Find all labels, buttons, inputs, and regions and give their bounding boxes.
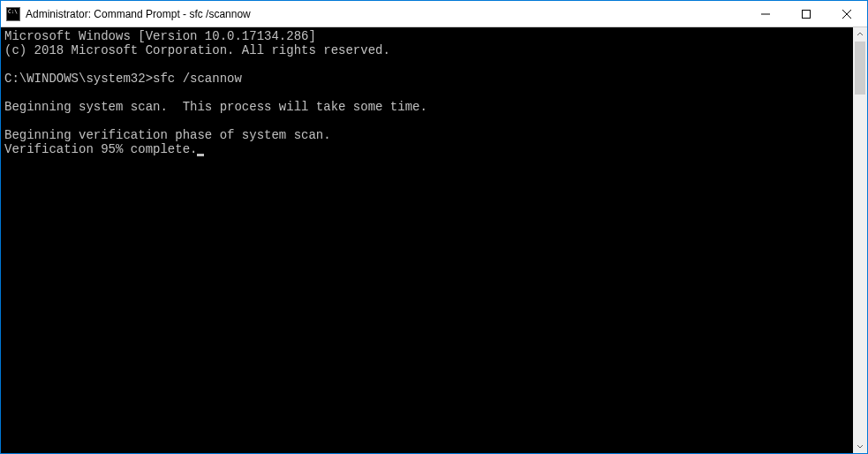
scroll-up-button[interactable] <box>853 27 867 42</box>
window-title: Administrator: Command Prompt - sfc /sca… <box>26 8 251 20</box>
chevron-up-icon <box>857 31 864 38</box>
copyright-line: (c) 2018 Microsoft Corporation. All righ… <box>4 43 390 57</box>
version-line: Microsoft Windows [Version 10.0.17134.28… <box>4 29 316 43</box>
minimize-button[interactable] <box>745 1 786 26</box>
scroll-down-button[interactable] <box>853 439 867 453</box>
maximize-button[interactable] <box>786 1 826 26</box>
vertical-scrollbar[interactable] <box>853 27 867 453</box>
scroll-track[interactable] <box>853 42 867 439</box>
window-controls <box>745 1 867 26</box>
maximize-icon <box>802 10 811 19</box>
command-prompt-window: Administrator: Command Prompt - sfc /sca… <box>0 0 868 454</box>
svg-rect-1 <box>803 10 811 18</box>
terminal-output[interactable]: Microsoft Windows [Version 10.0.17134.28… <box>1 27 853 453</box>
prompt-line: C:\WINDOWS\system32>sfc /scannow <box>4 72 242 86</box>
chevron-down-icon <box>857 443 864 450</box>
verify-start-line: Beginning verification phase of system s… <box>4 128 331 142</box>
titlebar-left: Administrator: Command Prompt - sfc /sca… <box>1 7 251 21</box>
cmd-icon <box>6 7 20 21</box>
scroll-thumb[interactable] <box>855 42 865 95</box>
content-area: Microsoft Windows [Version 10.0.17134.28… <box>1 27 867 453</box>
minimize-icon <box>761 10 770 19</box>
verify-progress-line: Verification 95% complete. <box>4 142 197 156</box>
close-button[interactable] <box>826 1 867 26</box>
close-icon <box>842 10 851 19</box>
scan-start-line: Beginning system scan. This process will… <box>4 100 427 114</box>
cursor <box>197 154 204 156</box>
titlebar[interactable]: Administrator: Command Prompt - sfc /sca… <box>1 1 867 27</box>
